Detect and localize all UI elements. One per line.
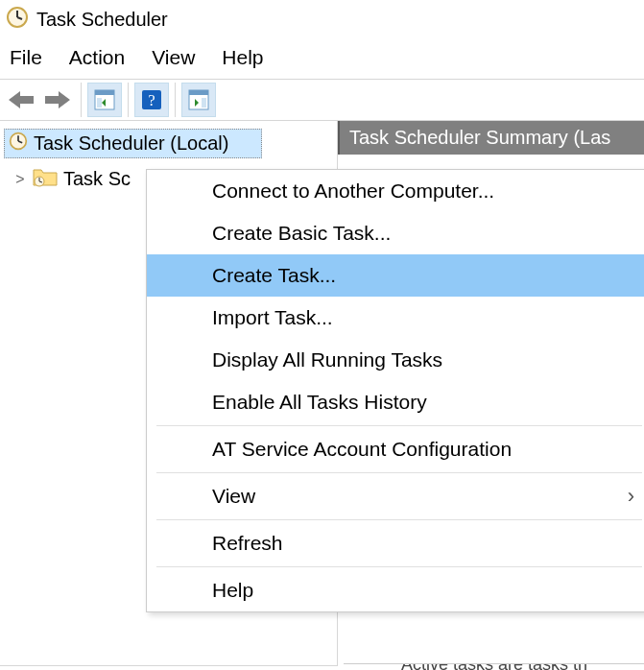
ctx-help[interactable]: Help <box>147 569 644 611</box>
svg-marker-4 <box>45 91 70 108</box>
menu-help[interactable]: Help <box>222 46 263 69</box>
svg-text:?: ? <box>148 92 155 108</box>
clock-icon <box>9 132 28 156</box>
show-hide-action-button[interactable] <box>181 83 216 117</box>
ctx-enable-history[interactable]: Enable All Tasks History <box>147 381 644 423</box>
tree-root-label: Task Scheduler (Local) <box>34 132 228 155</box>
toolbar-separator <box>128 83 129 117</box>
context-menu: Connect to Another Computer... Create Ba… <box>146 169 644 612</box>
menubar: File Action View Help <box>0 38 644 79</box>
window-title: Task Scheduler <box>36 9 168 31</box>
titlebar: Task Scheduler <box>0 0 644 38</box>
summary-header: Task Scheduler Summary (Las <box>338 121 644 155</box>
folder-clock-icon <box>33 166 58 192</box>
ctx-separator <box>156 519 642 520</box>
tree-root-node[interactable]: Task Scheduler (Local) <box>4 129 262 158</box>
ctx-create-task[interactable]: Create Task... <box>147 254 644 297</box>
ctx-connect[interactable]: Connect to Another Computer... <box>147 170 644 212</box>
ctx-import-task[interactable]: Import Task... <box>147 297 644 339</box>
menu-view[interactable]: View <box>152 46 195 69</box>
svg-rect-7 <box>97 98 102 108</box>
ctx-view-submenu[interactable]: View <box>147 475 644 517</box>
nav-back-button[interactable] <box>4 83 38 117</box>
ctx-separator <box>156 472 642 473</box>
menu-file[interactable]: File <box>10 46 42 69</box>
toolbar-separator <box>175 83 176 117</box>
svg-rect-6 <box>95 90 114 95</box>
ctx-refresh[interactable]: Refresh <box>147 522 644 564</box>
nav-forward-button[interactable] <box>40 83 75 117</box>
help-button[interactable]: ? <box>134 83 169 117</box>
menu-action[interactable]: Action <box>69 46 125 69</box>
show-hide-tree-button[interactable] <box>87 83 122 117</box>
ctx-separator <box>156 566 642 567</box>
svg-rect-13 <box>202 98 206 108</box>
ctx-display-all[interactable]: Display All Running Tasks <box>147 339 644 381</box>
toolbar-separator <box>81 83 82 117</box>
expand-icon[interactable]: > <box>13 171 27 188</box>
ctx-separator <box>156 425 642 426</box>
svg-marker-3 <box>9 91 34 108</box>
active-tasks-hint: Active tasks are tasks th <box>344 663 644 670</box>
app-icon <box>6 6 29 34</box>
toolbar: ? <box>0 79 644 121</box>
ctx-at-config[interactable]: AT Service Account Configuration <box>147 428 644 470</box>
ctx-create-basic[interactable]: Create Basic Task... <box>147 212 644 254</box>
tree-child-label: Task Sc <box>63 168 131 190</box>
svg-rect-12 <box>189 90 208 95</box>
